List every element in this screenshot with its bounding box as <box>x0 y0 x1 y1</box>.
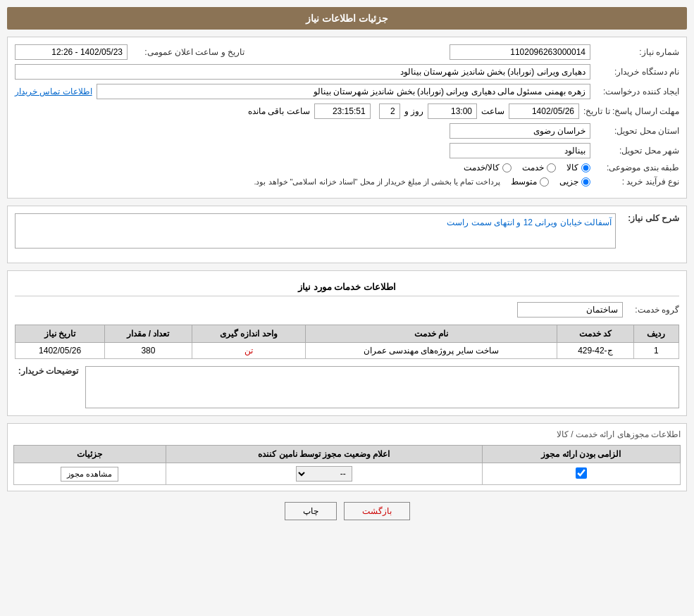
need-number-value: 1102096263000014 <box>450 44 590 60</box>
remaining-suffix: ساعت باقی مانده <box>248 106 310 116</box>
col-date: تاریخ نیاز <box>16 325 105 343</box>
radio-jozyi[interactable]: جزیی <box>559 177 590 187</box>
deadline-date: 1402/05/26 <box>509 103 579 119</box>
permits-col-status: اعلام وضعیت مجوز توسط نامین کننده <box>166 446 482 463</box>
need-number-label: شماره نیاز: <box>595 47 679 57</box>
cell-unit: تن <box>192 343 305 359</box>
group-label: گروه خدمت: <box>630 305 679 315</box>
group-row: گروه خدمت: ساختمان <box>15 302 679 318</box>
deadline-label: مهلت ارسال پاسخ: تا تاریخ: <box>583 106 679 116</box>
radio-kala-khedmat[interactable]: کالا/خدمت <box>464 163 512 172</box>
description-label: شرح کلی نیاز: <box>623 213 679 223</box>
deadline-time-label: ساعت <box>481 106 504 116</box>
radio-kala-khedmat-input[interactable] <box>502 163 512 172</box>
page-wrapper: جزئیات اطلاعات نیاز شماره نیاز: 11020962… <box>0 0 694 616</box>
radio-kala-khedmat-label: کالا/خدمت <box>464 163 500 172</box>
services-table: ردیف کد خدمت نام خدمت واحد اندازه گیری ت… <box>15 325 679 359</box>
remarks-row: توضیحات خریدار: <box>15 366 679 408</box>
permits-section: اطلاعات مجوزهای ارائه خدمت / کالا الزامی… <box>7 423 687 491</box>
permits-required-checkbox[interactable] <box>576 467 587 479</box>
services-title: اطلاعات خدمات مورد نیاز <box>15 278 679 296</box>
description-value: آسفالت خیابان ویرانی 12 و انتهای سمت راس… <box>15 213 616 249</box>
info-section: شماره نیاز: 1102096263000014 تاریخ و ساع… <box>7 37 687 199</box>
print-button[interactable]: چاپ <box>285 502 337 520</box>
radio-khedmat[interactable]: خدمت <box>522 163 556 172</box>
remarks-section: توضیحات خریدار: <box>15 366 679 408</box>
view-permit-button[interactable]: مشاهده مجوز <box>61 467 118 482</box>
back-button[interactable]: بازگشت <box>344 502 410 520</box>
city-row: شهر محل تحویل: بینالود <box>15 143 679 158</box>
city-label: شهر محل تحویل: <box>595 146 679 156</box>
cell-code: ج-42-429 <box>557 343 634 359</box>
requester-label: ایجاد کننده درخواست: <box>595 87 679 96</box>
radio-motavaset-input[interactable] <box>540 177 549 187</box>
requester-row: ایجاد کننده درخواست: زهره بهمنی مسئول ما… <box>15 84 679 99</box>
buyer-org-row: نام دستگاه خریدار: دهیاری ویرانی (نورابا… <box>15 64 679 80</box>
date-label: تاریخ و ساعت اعلان عمومی: <box>132 47 244 57</box>
permits-col-required: الزامی بودن ارائه مجوز <box>482 446 681 463</box>
radio-motavaset[interactable]: متوسط <box>511 177 549 187</box>
permits-required-cell <box>482 463 681 485</box>
radio-kala-input[interactable] <box>581 163 590 172</box>
remaining-days: 2 <box>379 103 400 119</box>
radio-khedmat-label: خدمت <box>522 163 544 172</box>
contact-link[interactable]: اطلاعات تماس خریدار <box>15 87 92 96</box>
province-label: استان محل تحویل: <box>595 126 679 136</box>
description-wrapper: شرح کلی نیاز: آسفالت خیابان ویرانی 12 و … <box>15 213 679 249</box>
radio-motavaset-label: متوسط <box>511 177 537 187</box>
services-section: اطلاعات خدمات مورد نیاز گروه خدمت: ساختم… <box>7 270 687 416</box>
permits-row: -- مشاهده مجوز <box>14 463 681 485</box>
radio-jozyi-label: جزیی <box>559 177 578 187</box>
radio-kala-label: کالا <box>566 163 578 172</box>
permits-title: اطلاعات مجوزهای ارائه خدمت / کالا <box>13 429 681 439</box>
footer-buttons: بازگشت چاپ <box>7 502 687 520</box>
purchase-type-label: نوع فرآیند خرید : <box>595 177 679 187</box>
category-radio-group: کالا خدمت کالا/خدمت <box>464 163 590 172</box>
purchase-type-radio-group: جزیی متوسط پرداخت تمام یا بخشی از مبلغ خ… <box>254 177 590 187</box>
radio-kala[interactable]: کالا <box>566 163 590 172</box>
remaining-time: 23:15:51 <box>314 103 371 119</box>
radio-jozyi-input[interactable] <box>581 177 590 187</box>
city-value: بینالود <box>450 143 590 158</box>
table-row: 1 ج-42-429 ساخت سایر پروژه‌های مهندسی عم… <box>16 343 679 359</box>
col-unit: واحد اندازه گیری <box>192 325 305 343</box>
requester-value: زهره بهمنی مسئول مالی دهیاری ویرانی (نور… <box>97 84 590 99</box>
permits-status-cell: -- <box>166 463 482 485</box>
buyer-org-value: دهیاری ویرانی (نوراباد) بخش شاندیز شهرست… <box>15 64 590 80</box>
permits-status-dropdown[interactable]: -- <box>296 466 352 482</box>
province-value: خراسان رضوی <box>450 123 590 139</box>
need-number-row: شماره نیاز: 1102096263000014 تاریخ و ساع… <box>15 44 679 60</box>
cell-name: ساخت سایر پروژه‌های مهندسی عمران <box>305 343 557 359</box>
cell-date: 1402/05/26 <box>16 343 105 359</box>
remarks-label: توضیحات خریدار: <box>15 366 78 376</box>
main-title: جزئیات اطلاعات نیاز <box>7 7 687 30</box>
need-description-section: شرح کلی نیاز: آسفالت خیابان ویرانی 12 و … <box>7 206 687 263</box>
buyer-org-label: نام دستگاه خریدار: <box>595 67 679 77</box>
permits-details-cell: مشاهده مجوز <box>14 463 166 485</box>
permits-col-details: جزئیات <box>14 446 166 463</box>
date-value: 1402/05/23 - 12:26 <box>15 44 128 60</box>
category-row: طبقه بندی موضوعی: کالا خدمت کالا/خدمت <box>15 163 679 172</box>
cell-quantity: 380 <box>105 343 192 359</box>
col-service-name: نام خدمت <box>305 325 557 343</box>
cell-row-num: 1 <box>633 343 678 359</box>
province-row: استان محل تحویل: خراسان رضوی <box>15 123 679 139</box>
purchase-type-row: نوع فرآیند خرید : جزیی متوسط پرداخت تمام… <box>15 177 679 187</box>
col-row-num: ردیف <box>633 325 678 343</box>
remarks-box <box>85 366 679 408</box>
remaining-label: روز و <box>404 106 423 116</box>
purchase-type-text: پرداخت تمام یا بخشی از مبلغ خریدار از مح… <box>254 177 500 187</box>
radio-khedmat-input[interactable] <box>547 163 556 172</box>
group-value: ساختمان <box>517 302 623 318</box>
deadline-time: 13:00 <box>428 103 477 119</box>
col-quantity: تعداد / مقدار <box>105 325 192 343</box>
col-service-code: کد خدمت <box>557 325 634 343</box>
deadline-row: مهلت ارسال پاسخ: تا تاریخ: 1402/05/26 سا… <box>15 103 679 119</box>
category-label: طبقه بندی موضوعی: <box>595 163 679 172</box>
permits-table: الزامی بودن ارائه مجوز اعلام وضعیت مجوز … <box>13 445 681 485</box>
